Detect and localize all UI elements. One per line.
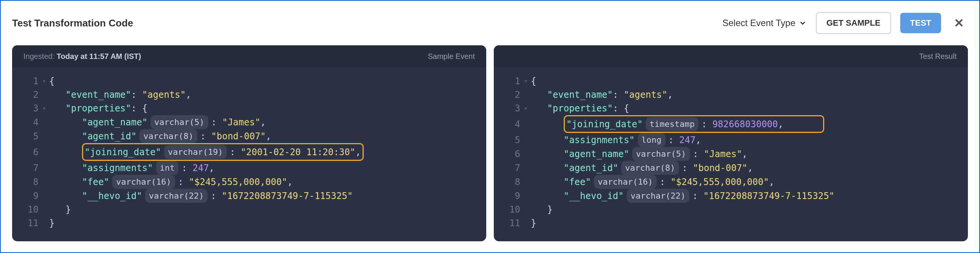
fold-icon[interactable]: ▾ — [524, 104, 531, 113]
ingested-info: Ingested: Today at 11:57 AM (IST) — [24, 52, 141, 61]
type-badge: long — [638, 133, 665, 147]
ingested-label: Ingested: — [24, 52, 54, 60]
type-badge: varchar(16) — [112, 175, 175, 189]
json-number: 982668030000 — [712, 117, 778, 131]
line-number: 8 — [505, 175, 524, 189]
json-key: "fee" — [82, 175, 109, 189]
type-badge: varchar(8) — [140, 129, 197, 143]
json-key: "assignments" — [564, 133, 635, 147]
test-button[interactable]: TEST — [900, 13, 941, 33]
event-type-select[interactable]: Select Event Type — [722, 18, 807, 28]
json-string: "$245,555,000,000" — [189, 175, 287, 189]
test-result-code: 1▾{ 2 "event_name": "agents", 3▾ "proper… — [494, 68, 968, 241]
line-number: 3 — [24, 101, 42, 115]
close-icon[interactable]: ✕ — [950, 16, 968, 30]
json-string: "1672208873749-7-115325" — [703, 189, 834, 203]
header-bar: Test Transformation Code Select Event Ty… — [12, 12, 968, 34]
json-string: "bond-007" — [212, 130, 266, 143]
get-sample-button[interactable]: GET SAMPLE — [816, 12, 891, 34]
test-result-panel: Test Result 1▾{ 2 "event_name": "agents"… — [494, 45, 968, 241]
line-number: 5 — [24, 130, 42, 143]
line-number: 5 — [505, 133, 524, 147]
json-key: "agent_name" — [82, 115, 148, 129]
json-key: "__hevo_id" — [564, 189, 624, 203]
json-key: "properties" — [547, 101, 612, 115]
json-string: "agents" — [624, 88, 668, 101]
fold-icon[interactable]: ▾ — [524, 77, 531, 86]
brace: { — [49, 74, 54, 88]
fold-icon[interactable]: ▾ — [42, 104, 49, 113]
line-number: 9 — [505, 189, 524, 203]
line-number: 7 — [24, 161, 42, 175]
type-badge: varchar(8) — [621, 161, 679, 175]
type-badge: int — [156, 161, 179, 175]
type-badge: varchar(5) — [151, 115, 208, 129]
json-string: "James" — [704, 147, 742, 161]
json-number: 247 — [679, 133, 695, 147]
line-number: 7 — [505, 161, 524, 175]
line-number: 6 — [24, 145, 42, 159]
line-number: 2 — [24, 88, 42, 101]
sample-event-label: Sample Event — [428, 52, 475, 61]
json-key: "event_name" — [547, 88, 612, 101]
line-number: 4 — [505, 117, 524, 131]
line-number: 9 — [24, 189, 42, 203]
test-result-label: Test Result — [919, 52, 956, 61]
type-badge: varchar(16) — [594, 175, 657, 189]
select-label: Select Event Type — [722, 18, 795, 28]
fold-icon[interactable]: ▾ — [42, 77, 49, 86]
json-string: "1672208873749-7-115325" — [221, 189, 353, 203]
json-key: "agent_name" — [564, 147, 629, 161]
line-number: 11 — [24, 217, 42, 230]
line-number: 11 — [505, 217, 524, 230]
type-badge: varchar(22) — [627, 189, 690, 203]
json-key: "assignments" — [82, 161, 153, 175]
json-string: "bond-007" — [693, 161, 748, 175]
json-key: "joining_date" — [85, 145, 161, 159]
sample-event-panel: Ingested: Today at 11:57 AM (IST) Sample… — [12, 45, 486, 241]
type-badge: varchar(5) — [632, 147, 690, 161]
highlighted-line: "joining_date"timestamp: 982668030000, — [564, 115, 824, 133]
line-number: 10 — [24, 203, 42, 217]
json-key: "properties" — [65, 101, 131, 115]
test-result-header: Test Result — [494, 45, 968, 68]
line-number: 6 — [505, 147, 524, 161]
json-key: "__hevo_id" — [82, 189, 142, 203]
header-actions: Select Event Type GET SAMPLE TEST ✕ — [722, 12, 968, 34]
line-number: 10 — [505, 203, 524, 217]
json-string: "$245,555,000,000" — [671, 175, 769, 189]
ingested-value: Today at 11:57 AM (IST) — [57, 52, 141, 60]
json-key: "agent_id" — [564, 161, 619, 175]
json-key: "joining_date" — [566, 117, 643, 131]
type-badge: varchar(19) — [164, 145, 227, 159]
line-number: 3 — [505, 101, 524, 115]
panels-container: Ingested: Today at 11:57 AM (IST) Sample… — [12, 45, 968, 241]
line-number: 4 — [24, 115, 42, 129]
json-key: "agent_id" — [82, 130, 137, 143]
line-number: 8 — [24, 175, 42, 189]
line-number: 1 — [24, 74, 42, 88]
json-string: "James" — [222, 115, 260, 129]
json-string: "agents" — [142, 88, 186, 101]
type-badge: timestamp — [646, 117, 698, 131]
json-string: "2001-02-20 11:20:30" — [241, 145, 355, 159]
brace: { — [531, 74, 536, 88]
line-number: 2 — [505, 88, 524, 101]
sample-event-code: 1▾{ 2 "event_name": "agents", 3▾ "proper… — [12, 68, 486, 241]
line-number: 1 — [505, 74, 524, 88]
json-key: "event_name" — [65, 88, 131, 101]
json-number: 247 — [192, 161, 209, 175]
page-title: Test Transformation Code — [12, 17, 133, 29]
chevron-down-icon — [799, 19, 807, 27]
type-badge: varchar(22) — [145, 189, 208, 203]
json-key: "fee" — [564, 175, 591, 189]
highlighted-line: "joining_date"varchar(19): "2001-02-20 1… — [82, 143, 364, 161]
sample-event-header: Ingested: Today at 11:57 AM (IST) Sample… — [12, 45, 486, 68]
